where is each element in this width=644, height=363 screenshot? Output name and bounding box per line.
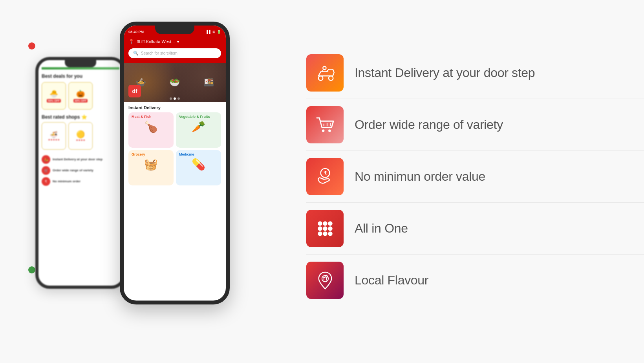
shop-icon-2: 🟡: [76, 130, 85, 139]
phone-bg-content: Best deals for you 🐣 50% OFF 🎃 40% OFF B…: [38, 70, 123, 190]
feature-delivery: Instant Delivery at your door step: [306, 47, 644, 99]
bg-feature-3: ₹ No minimum order: [42, 177, 119, 186]
feature-minimum-label: No minimun order value: [355, 169, 485, 184]
svg-point-14: [323, 226, 327, 231]
svg-point-16: [318, 231, 322, 236]
phone-bg-notch: [65, 60, 96, 67]
svg-point-3: [322, 129, 324, 132]
category-grocery[interactable]: Grocery 🧺: [128, 150, 174, 185]
phone-fg-notch: [155, 26, 194, 34]
banner-logo: df: [128, 85, 141, 97]
deal-badge-2: 40% OFF: [73, 99, 88, 103]
svg-point-0: [318, 76, 322, 80]
feature-allinone: All in One: [306, 203, 644, 255]
category-veggie-label: Vegetable & Fruits: [176, 112, 221, 119]
bg-feature-text-2: Order wide range of variety: [53, 169, 93, 172]
delivery-icon-box: [306, 54, 344, 92]
delivery-icon-small: 🛵: [42, 155, 50, 164]
deal-badge-1: 50% OFF: [47, 99, 61, 103]
bg-feature-1: 🛵 Instant Delivery at your door step: [42, 155, 119, 164]
svg-point-11: [323, 221, 327, 226]
shop-stars-2: ★★★★: [76, 139, 85, 142]
shop-icon-1: 🍜: [50, 131, 58, 138]
feature-allinone-label: All in One: [355, 221, 408, 236]
search-area: 🔍 Search for store/item: [124, 48, 226, 63]
location-header: 📍 fff.fff.Kolkata.West... ▾: [124, 37, 226, 48]
svg-point-12: [328, 221, 332, 226]
phones-section: Best deals for you 🐣 50% OFF 🎃 40% OFF B…: [0, 0, 298, 363]
feature-minimum: ₹ No minimun order value: [306, 151, 644, 203]
shop-stars-1: ★★★★★: [48, 138, 60, 141]
location-text: fff.fff.Kolkata.West...: [137, 39, 175, 44]
feature-local: Local Flavour: [306, 255, 644, 306]
best-deals-title: Best deals for you: [42, 73, 119, 79]
search-placeholder: Search for store/item: [141, 51, 177, 55]
allinone-svg-icon: [315, 218, 335, 239]
deal-card-1: 🐣 50% OFF: [42, 82, 66, 110]
svg-point-13: [318, 226, 322, 231]
svg-point-17: [323, 231, 327, 236]
svg-point-1: [328, 76, 333, 80]
banner-dot-3: [177, 97, 180, 100]
shops-row: 🍜 ★★★★★ 🟡 ★★★★: [42, 122, 119, 150]
category-meat[interactable]: Meat & Fish 🍗: [128, 112, 174, 148]
feature-local-label: Local Flavour: [355, 273, 428, 288]
phone-background: Best deals for you 🐣 50% OFF 🎃 40% OFF B…: [35, 57, 126, 289]
category-medicine-label: Medicine: [176, 150, 221, 156]
banner-dots: [170, 97, 180, 100]
phone-foreground: 08:40 PM ▌▌ ⊠ 🔋 📍 fff.fff.Kolkata.West..…: [120, 22, 230, 304]
food-emoji-2: 🥗: [169, 77, 180, 88]
status-time: 08:40 PM: [128, 30, 144, 34]
category-medicine[interactable]: Medicine 💊: [176, 150, 221, 185]
delivery-svg-icon: [315, 63, 335, 83]
search-icon: 🔍: [133, 51, 139, 56]
category-veggie[interactable]: Vegetable & Fruits 🥕: [176, 112, 221, 148]
svg-text:₹: ₹: [324, 170, 327, 176]
deal-icon-1: 🐣: [49, 90, 58, 98]
instant-delivery-title: Instant Delivery: [128, 105, 221, 110]
bg-feature-2: 🛒 Order wide range of variety: [42, 166, 119, 175]
bg-feature-text-1: Instant Delivery at your door step: [53, 158, 102, 161]
category-meat-label: Meat & Fish: [128, 112, 174, 119]
svg-point-2: [323, 66, 326, 69]
local-svg-icon: [315, 270, 335, 291]
feature-order-label: Order wide range of variety: [355, 117, 503, 132]
svg-point-15: [328, 226, 332, 231]
feature-order: Order wide range of variety: [306, 99, 644, 151]
veggie-emoji: 🥕: [176, 120, 221, 133]
order-icon-small: 🛒: [42, 166, 50, 175]
bg-feature-text-3: No minimum order: [53, 180, 80, 183]
instant-delivery-section: Instant Delivery Meat & Fish 🍗 Vegetable…: [124, 102, 226, 187]
banner: 🍲 🥗 🍱 df: [124, 63, 226, 102]
minimum-icon-small: ₹: [42, 177, 50, 186]
feature-delivery-label: Instant Delivery at your door step: [355, 66, 535, 80]
medicine-emoji: 💊: [176, 158, 221, 171]
best-rated-title: Best rated shops ⭐: [42, 114, 119, 120]
shop-card-2: 🟡 ★★★★: [68, 122, 93, 150]
category-grocery-label: Grocery: [128, 150, 174, 156]
local-icon-box: [306, 262, 344, 299]
svg-point-4: [328, 129, 331, 132]
minimum-svg-icon: ₹: [315, 167, 335, 187]
food-emoji-3: 🍱: [203, 77, 214, 88]
svg-point-10: [318, 221, 322, 226]
allinone-icon-box: [306, 210, 344, 247]
shop-card-1: 🍜 ★★★★★: [42, 122, 66, 150]
location-pin-icon: 📍: [128, 39, 134, 44]
minimum-icon-box: ₹: [306, 158, 344, 195]
star-icon: ⭐: [81, 114, 87, 120]
meat-emoji: 🍗: [128, 120, 174, 133]
search-bar[interactable]: 🔍 Search for store/item: [128, 48, 221, 58]
grocery-emoji: 🧺: [128, 158, 174, 171]
categories-grid: Meat & Fish 🍗 Vegetable & Fruits 🥕 Groce…: [128, 112, 221, 185]
deal-icon-2: 🎃: [76, 90, 85, 98]
deal-card-2: 🎃 40% OFF: [68, 82, 93, 110]
banner-dot-2: [174, 97, 176, 100]
banner-dot-1: [170, 97, 172, 100]
order-svg-icon: [315, 115, 335, 135]
bg-features-list: 🛵 Instant Delivery at your door step 🛒 O…: [42, 155, 119, 186]
order-icon-box: [306, 106, 344, 143]
features-section: Instant Delivery at your door step Order…: [306, 47, 644, 306]
deals-row: 🐣 50% OFF 🎃 40% OFF: [42, 82, 119, 110]
chevron-down-icon: ▾: [177, 40, 179, 44]
